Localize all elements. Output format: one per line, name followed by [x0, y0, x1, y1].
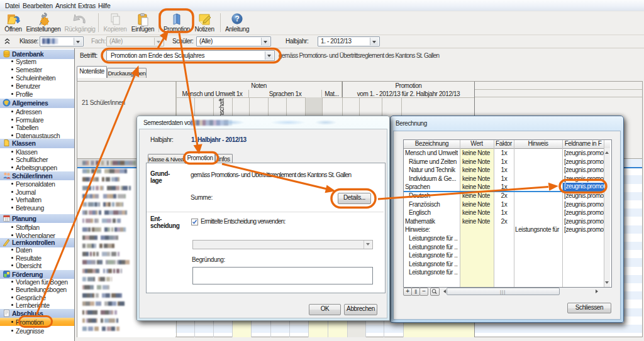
svg-text:?: ? [235, 14, 240, 23]
